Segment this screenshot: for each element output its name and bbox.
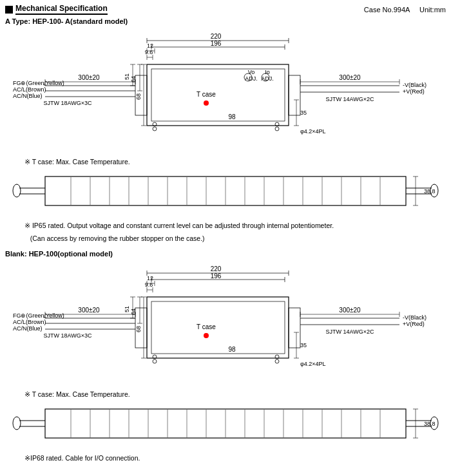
svg-text:300±20: 300±20 (78, 307, 100, 314)
svg-text:9.6: 9.6 (145, 281, 153, 288)
section-a: A Type: HEP-100- A(standard model) 220 1… (5, 17, 446, 243)
svg-text:T case: T case (197, 91, 216, 98)
svg-point-160 (153, 359, 157, 363)
svg-text:SJTW 14AWG×2C: SJTW 14AWG×2C (326, 96, 374, 102)
title-box: Mechanical Specification (5, 4, 108, 15)
svg-text:φ4.2×4PL: φ4.2×4PL (300, 128, 326, 135)
page-title: Mechanical Specification (15, 4, 108, 15)
diagram-a-side: 38.8 (6, 170, 445, 218)
svg-text:FG⊕(Green/Yellow): FG⊕(Green/Yellow) (13, 312, 64, 319)
svg-text:AC/L(Brown): AC/L(Brown) (13, 86, 46, 93)
svg-text:35: 35 (300, 109, 307, 116)
svg-text:Vo: Vo (248, 69, 255, 75)
svg-text:φ4.2×4PL: φ4.2×4PL (300, 361, 326, 367)
title-icon (5, 6, 13, 14)
svg-text:68: 68 (135, 326, 142, 332)
svg-text:196: 196 (211, 40, 222, 47)
diagram-b-top: 220 196 12 9.6 (6, 262, 445, 387)
svg-text:T case: T case (197, 323, 216, 330)
svg-text:9.6: 9.6 (145, 49, 153, 55)
svg-text:196: 196 (211, 272, 222, 280)
svg-text:SJTW 14AWG×2C: SJTW 14AWG×2C (326, 328, 374, 335)
svg-text:300±20: 300±20 (339, 74, 361, 81)
svg-text:+V(Red): +V(Red) (403, 88, 425, 95)
svg-text:38.8: 38.8 (424, 188, 436, 195)
svg-point-161 (275, 359, 279, 363)
svg-text:-V(Black): -V(Black) (403, 314, 427, 321)
svg-text:AC/N(Blue): AC/N(Blue) (13, 93, 43, 99)
svg-text:68: 68 (135, 93, 142, 100)
svg-point-68 (275, 127, 279, 131)
svg-text:300±20: 300±20 (339, 307, 361, 314)
case-info: Case No.994A Unit:mm (364, 6, 446, 14)
svg-point-67 (153, 127, 157, 131)
svg-text:38.8: 38.8 (424, 421, 436, 427)
svg-text:300±20: 300±20 (78, 74, 100, 81)
header: Mechanical Specification Case No.994A Un… (5, 4, 446, 15)
svg-text:AC/L(Brown): AC/L(Brown) (13, 319, 46, 325)
svg-text:+V(Red): +V(Red) (403, 321, 425, 327)
svg-point-91 (13, 184, 21, 197)
svg-rect-110 (289, 308, 300, 348)
case-no: Case No.994A (364, 6, 410, 14)
section-a-note1: ※ T case: Max. Case Temperature. (24, 157, 446, 167)
diagram-b-side: 38.8 (6, 403, 445, 451)
svg-rect-108 (151, 301, 285, 354)
svg-text:35: 35 (300, 342, 307, 348)
section-b-title: Blank: HEP-100(optional model) (5, 250, 446, 258)
svg-text:64: 64 (130, 309, 137, 315)
svg-text:98: 98 (228, 113, 236, 120)
section-a-title: A Type: HEP-100- A(standard model) (5, 17, 446, 25)
svg-text:12: 12 (147, 43, 153, 49)
section-b-note2: ※IP68 rated. Cable for I/O connection. (24, 453, 446, 464)
svg-text:220: 220 (211, 33, 222, 40)
svg-rect-107 (147, 297, 289, 358)
section-a-note2: ※ IP65 rated. Output voltage and constan… (24, 221, 446, 231)
svg-text:64: 64 (130, 76, 137, 82)
svg-text:SJTW 18AWG×3C: SJTW 18AWG×3C (44, 332, 92, 339)
svg-text:220: 220 (211, 265, 222, 272)
svg-point-136 (204, 333, 209, 338)
section-a-note3: (Can access by removing the rubber stopp… (24, 234, 446, 244)
svg-text:51: 51 (124, 306, 130, 312)
svg-text:FG⊕(Green/Yellow): FG⊕(Green/Yellow) (13, 80, 64, 86)
svg-text:Io: Io (265, 69, 270, 75)
svg-text:-V(Black): -V(Black) (403, 82, 427, 88)
diagram-a-top: 220 196 12 9.6 (6, 29, 445, 155)
svg-point-184 (13, 417, 21, 430)
svg-point-37 (204, 100, 209, 106)
svg-text:51: 51 (124, 73, 130, 80)
svg-text:12: 12 (147, 275, 153, 281)
unit: Unit:mm (419, 6, 446, 14)
section-b-note1: ※ T case: Max. Case Temperature. (24, 390, 446, 400)
section-b: Blank: HEP-100(optional model) 220 196 (5, 250, 446, 464)
svg-text:AC/N(Blue): AC/N(Blue) (13, 325, 43, 332)
svg-text:98: 98 (228, 346, 236, 353)
svg-rect-11 (289, 75, 300, 115)
svg-text:SJTW 18AWG×3C: SJTW 18AWG×3C (44, 100, 92, 106)
